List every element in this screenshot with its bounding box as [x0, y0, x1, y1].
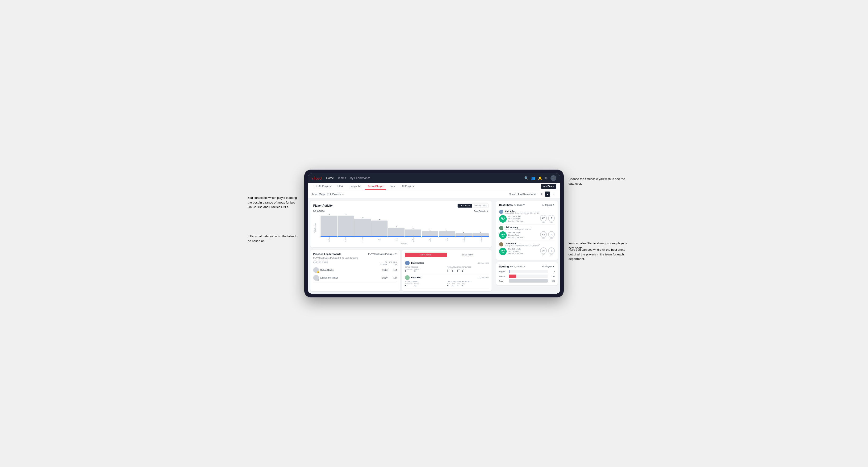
shot-info-2: 24 Aug 2023 · Royal North Devon GC, Hole… — [505, 245, 539, 247]
most-active-player-1[interactable]: Blair McHarg 26 Aug 2023 Total Rounds To… — [405, 259, 489, 274]
scoring-filter[interactable]: Par 3, 4 & 5s ▼ — [510, 266, 525, 268]
pa-activities-title-2: Total Practice Activities — [447, 281, 489, 283]
metric-label-2-0: yds — [550, 221, 552, 223]
bar-label-1: R. Britt — [345, 237, 346, 242]
scoring-row-2: Pars 499 — [499, 279, 555, 283]
bar-4[interactable] — [388, 228, 404, 237]
y-axis-label: Total Rounds — [313, 214, 316, 242]
lb-col-pb: PB SCORE — [378, 261, 388, 266]
shot-row-1[interactable]: Blair McHarg 23 Jul 2023 · Ashridge GC, … — [499, 224, 555, 241]
x-axis-label: Players — [313, 243, 489, 245]
tab-tour[interactable]: Tour — [387, 183, 398, 190]
bar-value-7: 3 — [446, 229, 447, 231]
shot-player-0: Matt Miller 09 Jun 2023 · Royal North De… — [499, 210, 555, 214]
tab-hcaps[interactable]: Hcaps 1-5 — [347, 183, 364, 190]
practice-drills-toggle[interactable]: Practice Drills — [472, 204, 489, 208]
scoring-label-1: Birdies — [499, 275, 507, 277]
pa-date-1: 26 Aug 2023 — [478, 262, 489, 264]
pa-rounds-1: Total Rounds Tournament 7 Practice — [405, 266, 446, 272]
bar-value-9: 2 — [480, 231, 481, 233]
plus-circle-icon[interactable]: ⊕ — [545, 176, 548, 180]
pa-app-1: APP 0 — [452, 269, 455, 272]
people-icon[interactable]: 👥 — [531, 176, 535, 180]
shots-players-filter[interactable]: All Players ▼ — [542, 204, 555, 206]
shot-row-2[interactable]: David Ford 24 Aug 2023 · Royal North Dev… — [499, 241, 555, 257]
time-period-select[interactable]: Last 3 months Last 6 months Last year — [517, 193, 537, 196]
least-active-tab[interactable]: Least Active — [447, 253, 489, 257]
pa-name-2: Rees Britt — [411, 276, 478, 279]
main-content: Player Activity On Course Practice Drill… — [308, 198, 560, 294]
shot-row-0[interactable]: Matt Miller 09 Jun 2023 · Royal North De… — [499, 208, 555, 224]
bar-value-4: 5 — [396, 226, 397, 228]
scoring-row-0: Eagles 3 — [499, 270, 555, 273]
lb-row-1[interactable]: 1 Richard Butler 19/20 110 — [313, 266, 397, 274]
bar-group-2: 10D. Ford — [354, 214, 371, 242]
scoring-bar-container-2 — [509, 279, 548, 283]
most-active-tab[interactable]: Most Active — [405, 253, 447, 257]
tab-pgat-players[interactable]: PGAT Players — [312, 183, 334, 190]
bar-group-4: 5E. Ebert — [388, 214, 404, 242]
bar-label-3: J. Coles — [378, 237, 381, 242]
bar-group-5: 4D. Billingham — [405, 214, 422, 242]
nav-teams[interactable]: Teams — [338, 177, 346, 180]
scoring-players-filter[interactable]: All Players ▼ — [542, 266, 555, 268]
edit-icon[interactable]: ✏ — [342, 193, 344, 196]
on-course-toggle[interactable]: On Course — [458, 204, 472, 208]
shot-desc-0: Shot Dist: 67 yds Start Lie: Rough End L… — [508, 215, 539, 222]
shots-filter[interactable]: All Shots ▼ — [514, 204, 525, 206]
grid-view-icon[interactable]: ⊞ — [539, 191, 544, 197]
settings-view-icon[interactable]: ≡ — [551, 191, 556, 197]
bar-group-9: 2L. Robertson — [472, 214, 489, 242]
shot-player-2: David Ford 24 Aug 2023 · Royal North Dev… — [499, 242, 555, 247]
nav-links: Home Teams My Performance — [326, 177, 520, 180]
scoring-card: Scoring Par 3, 4 & 5s ▼ All Players ▼ Ea… — [496, 262, 558, 285]
pa-header-1: Blair McHarg 26 Aug 2023 — [405, 261, 489, 266]
tab-pga[interactable]: PGA — [335, 183, 346, 190]
bar-value-2: 10 — [362, 217, 364, 218]
bar-6[interactable] — [422, 231, 438, 237]
lb-name-1: Richard Butler — [320, 269, 378, 271]
shot-player-info-1: Blair McHarg 23 Jul 2023 · Ashridge GC, … — [505, 226, 531, 230]
left-panel: Player Activity On Course Practice Drill… — [308, 198, 494, 294]
tab-team-clippd[interactable]: Team Clippd — [365, 183, 386, 190]
pa-arg-1: ARG 0 — [457, 269, 460, 272]
bar-label-2: D. Ford — [362, 237, 363, 242]
heart-view-icon[interactable]: ♥ — [545, 191, 550, 197]
lb-avg-2: 107 — [388, 277, 397, 279]
scoring-bar-container-1 — [509, 275, 548, 278]
bar-1[interactable] — [338, 216, 354, 237]
bar-highlight-2 — [354, 236, 371, 237]
pa-putt-1: PUTT 1 — [462, 269, 466, 272]
page-wrapper: You can select which player is doing the… — [304, 169, 564, 298]
lb-filter[interactable]: PUTT Must Make Putting ... ▼ — [368, 253, 397, 255]
bar-0[interactable] — [320, 216, 337, 237]
user-avatar[interactable]: U — [551, 175, 556, 181]
total-rounds-filter[interactable]: Total Rounds ▼ — [474, 210, 489, 212]
annotation-top-right: Choose the timescale you wish to see the… — [568, 177, 630, 186]
lb-avatar-2: 2 — [313, 275, 319, 281]
nav-my-performance[interactable]: My Performance — [350, 177, 371, 180]
bar-2[interactable] — [354, 219, 371, 237]
add-team-button[interactable]: Add Team — [541, 184, 556, 189]
most-active-player-2[interactable]: Rees Britt 02 Sep 2023 Total Rounds Tour… — [405, 274, 489, 288]
practice-leaderboard-card: Practice Leaderboards PUTT Must Make Put… — [310, 250, 400, 291]
best-shots-card: Best Shots All Shots ▼ All Players ▼ — [496, 201, 558, 260]
pa-activities-row-1: GTT 0 APP 0 — [447, 269, 489, 272]
player-activity-header: Player Activity On Course Practice Drill… — [313, 204, 489, 208]
pa-gtt-2: GTT 0 — [447, 283, 450, 287]
on-course-label: On Course — [313, 210, 324, 212]
bell-icon[interactable]: 🔔 — [538, 176, 542, 180]
tab-all-players[interactable]: All Players — [399, 183, 417, 190]
search-icon[interactable]: 🔍 — [524, 176, 528, 180]
scoring-bar-fill-1 — [509, 275, 516, 278]
bar-7[interactable] — [439, 231, 455, 237]
scoring-value-1: 96 — [549, 275, 555, 277]
scoring-bar-container-0 — [509, 270, 548, 273]
shot-end-lie-2: End Lie: In The Hole — [508, 253, 539, 255]
pa-activities-row-2: GTT 0 APP 0 — [447, 283, 489, 287]
scoring-filter-label: Par 3, 4 & 5s — [510, 266, 522, 268]
lb-row-2[interactable]: 2 Edward Crossman 18/20 107 — [313, 274, 397, 282]
bar-3[interactable] — [371, 220, 388, 237]
shot-chevron-2: › — [539, 243, 540, 246]
nav-home[interactable]: Home — [326, 177, 334, 180]
